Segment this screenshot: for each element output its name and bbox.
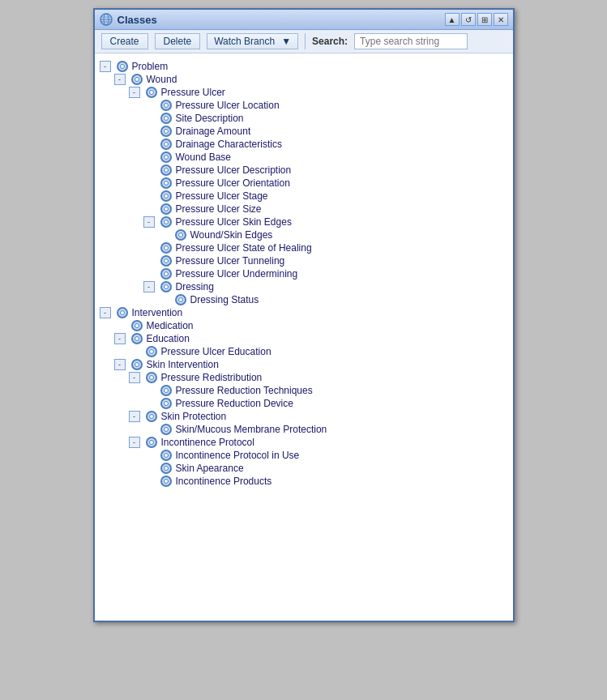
tree-node-skin-appearance[interactable]: Skin Apearance: [98, 462, 510, 475]
tree-expander[interactable]: -: [114, 359, 126, 370]
create-button[interactable]: Create: [101, 33, 148, 49]
title-bar-buttons: ▲ ↺ ⊞ ✕: [445, 13, 508, 26]
tree-node-pressure-ulcer-education[interactable]: Pressure Ulcer Education: [98, 345, 510, 358]
tree-node-drainage-amount[interactable]: Drainage Amount: [98, 125, 510, 138]
tree-node-wound[interactable]: -Wound: [98, 73, 510, 86]
expander-placeholder: [129, 346, 140, 357]
tree-node-pressure-reduction-device[interactable]: Pressure Reduction Device: [98, 397, 510, 410]
tree-node-skin-mucous-membrane-protection[interactable]: Skin/Mucous Membrane Protection: [98, 423, 510, 436]
watch-branch-button[interactable]: Watch Branch ▼: [207, 33, 298, 49]
tree-expander[interactable]: -: [143, 281, 155, 292]
tree-expander[interactable]: -: [129, 411, 140, 422]
tree-node-pressure-ulcer-size[interactable]: Pressure Ulcer Size: [98, 203, 510, 216]
tree-expander[interactable]: -: [114, 333, 126, 344]
tree-node-incontinence-products[interactable]: Incontinence Products: [98, 475, 510, 488]
tree-node-pressure-ulcer-location[interactable]: Pressure Ulcer Location: [98, 99, 510, 112]
node-icon-inner: [164, 245, 169, 250]
expander-placeholder: [158, 294, 169, 305]
tree-container: -Problem-Wound-Pressure UlcerPressure Ul…: [95, 53, 513, 621]
node-icon-inner: [164, 258, 169, 263]
node-icon: [175, 229, 186, 241]
node-icon: [131, 74, 143, 85]
tree-expander[interactable]: -: [114, 74, 126, 85]
expander-placeholder: [143, 203, 155, 215]
tree-node-dressing[interactable]: -Dressing: [98, 280, 510, 293]
tree-node-site-description[interactable]: Site Description: [98, 112, 510, 125]
expander-placeholder: [143, 164, 155, 176]
node-icon-inner: [120, 64, 125, 69]
node-icon-inner: [164, 466, 169, 471]
node-icon-inner: [149, 440, 154, 445]
node-label: Medication: [144, 320, 194, 331]
tree-expander[interactable]: -: [143, 216, 155, 228]
tree-node-incontinence-protocol[interactable]: -Incontinence Protocol: [98, 436, 510, 449]
node-label: Site Description: [173, 113, 244, 124]
node-icon-inner: [149, 414, 154, 419]
node-icon-inner: [164, 155, 169, 160]
node-label: Skin Protection: [159, 411, 227, 422]
node-icon-inner: [164, 207, 169, 211]
node-label: Wound/Skin Edges: [188, 229, 273, 241]
tree-node-wound-skin-edges[interactable]: Wound/Skin Edges: [98, 228, 510, 241]
maximize-button[interactable]: ⊞: [477, 13, 492, 26]
tree-node-skin-intervention[interactable]: -Skin Intervention: [98, 358, 510, 371]
tree-node-pressure-ulcer[interactable]: -Pressure Ulcer: [98, 86, 510, 99]
node-icon: [160, 190, 172, 202]
tree-node-pressure-ulcer-orientation[interactable]: Pressure Ulcer Orientation: [98, 177, 510, 190]
node-icon: [160, 164, 172, 176]
tree-node-intervention[interactable]: -Intervention: [98, 306, 510, 319]
tree-node-medication[interactable]: Medication: [98, 319, 510, 332]
expander-placeholder: [143, 177, 155, 189]
node-label: Wound: [144, 74, 177, 85]
node-icon: [160, 203, 172, 215]
tree-node-pressure-ulcer-state-healing[interactable]: Pressure Ulcer State of Healing: [98, 241, 510, 254]
tree-expander[interactable]: -: [129, 372, 140, 383]
tree-node-pressure-ulcer-tunneling[interactable]: Pressure Ulcer Tunneling: [98, 254, 510, 267]
node-icon-inner: [164, 194, 169, 198]
tree-expander[interactable]: -: [129, 87, 140, 98]
tree-node-incontinence-protocol-in-use[interactable]: Incontinence Protocol in Use: [98, 449, 510, 462]
node-label: Pressure Ulcer Skin Edges: [173, 216, 292, 228]
search-label: Search:: [312, 36, 348, 47]
node-label: Skin Intervention: [144, 359, 219, 370]
tree-node-pressure-redistribution[interactable]: -Pressure Redistribution: [98, 371, 510, 384]
node-icon: [131, 333, 143, 344]
tree-node-drainage-characteristics[interactable]: Drainage Characteristics: [98, 138, 510, 151]
expander-placeholder: [143, 463, 155, 474]
tree-node-wound-base[interactable]: Wound Base: [98, 151, 510, 164]
node-icon-inner: [164, 479, 169, 484]
tree-node-education[interactable]: -Education: [98, 332, 510, 345]
tree-node-pressure-reduction-techniques[interactable]: Pressure Reduction Techniques: [98, 384, 510, 397]
node-label: Incontinence Protocol: [159, 437, 254, 448]
tree-node-dressing-status[interactable]: Dressing Status: [98, 293, 510, 306]
tree-node-pressure-ulcer-description[interactable]: Pressure Ulcer Description: [98, 164, 510, 177]
chevron-down-icon: ▼: [281, 36, 291, 47]
node-icon: [146, 437, 157, 448]
expander-placeholder: [143, 190, 155, 202]
node-icon: [160, 139, 172, 150]
close-button[interactable]: ✕: [494, 13, 508, 26]
tree-node-pressure-ulcer-undermining[interactable]: Pressure Ulcer Undermining: [98, 267, 510, 280]
node-label: Pressure Ulcer Stage: [173, 190, 268, 202]
delete-button[interactable]: Delete: [155, 33, 201, 49]
tree-expander[interactable]: -: [129, 437, 140, 448]
node-icon: [146, 87, 157, 98]
node-icon: [160, 216, 172, 228]
node-icon-inner: [164, 401, 169, 406]
node-icon: [160, 100, 172, 111]
tree-node-skin-protection[interactable]: -Skin Protection: [98, 410, 510, 423]
node-icon-inner: [164, 271, 169, 276]
node-label: Dressing: [173, 281, 214, 292]
tree-node-pressure-ulcer-skin-edges[interactable]: -Pressure Ulcer Skin Edges: [98, 216, 510, 228]
refresh-button[interactable]: ↺: [461, 13, 476, 26]
tree-node-pressure-ulcer-stage[interactable]: Pressure Ulcer Stage: [98, 190, 510, 203]
tree-expander[interactable]: -: [100, 307, 111, 318]
node-label: Drainage Amount: [173, 126, 251, 137]
minimize-button[interactable]: ▲: [445, 13, 460, 26]
node-icon-inner: [135, 362, 139, 367]
search-input[interactable]: [354, 33, 468, 49]
node-label: Education: [144, 333, 190, 344]
tree-expander[interactable]: -: [100, 61, 111, 72]
tree-node-problem[interactable]: -Problem: [98, 60, 510, 73]
node-icon: [160, 450, 172, 461]
